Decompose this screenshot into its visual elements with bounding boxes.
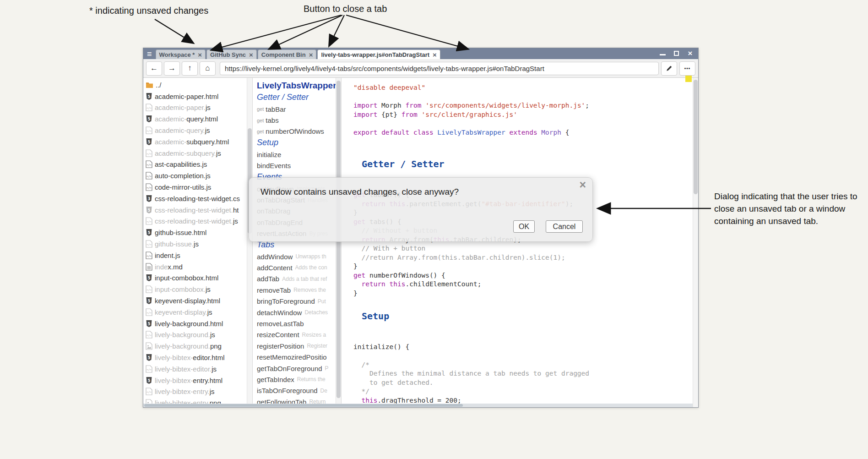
method-item[interactable]: addTabAdds a tab that ref [257,273,336,284]
method-doc-note: Resizes a [302,332,326,338]
code-line [353,351,693,361]
method-item[interactable]: isTabOnForegroundDe [257,385,336,396]
method-name: detachWindow [257,309,302,317]
svg-text:</>: </> [146,186,152,189]
tab-1[interactable]: Workspace *× [156,49,206,59]
file-list-item[interactable]: 5github-issue.html [146,227,247,238]
markdown-icon [146,263,152,271]
file-list-item[interactable]: </>github-issue.js [146,238,247,250]
method-name: registerPosition [257,342,304,350]
file-list-item[interactable]: 5academic-subquery.html [146,136,247,148]
tab-close-button[interactable]: × [309,51,313,58]
method-doc-note: P [325,365,329,372]
file-list-item[interactable]: 5lively-bibtex-entry.html [146,375,247,386]
file-list-item[interactable]: </>academic-query.js [146,125,247,136]
method-item[interactable]: getTabIndexReturns the [257,374,336,385]
outline-scrollbar[interactable] [336,78,341,407]
file-list-item[interactable]: index.md [146,261,247,273]
method-item[interactable]: getnumberOfWindows [257,126,336,137]
file-name: editor.html [193,354,224,361]
method-item[interactable]: gettabBar [257,104,336,115]
hamburger-menu-icon[interactable]: ≡ [147,49,152,59]
method-item[interactable]: bringToForegroundPut [257,295,336,306]
outline-section-header[interactable]: Getter / Setter [257,93,336,102]
cancel-button[interactable]: Cancel [546,220,583,233]
window-close-button[interactable]: × [687,50,694,57]
file-list-item[interactable]: </>input-combobox.js [146,284,247,295]
method-item[interactable]: resetMemoziredPositio [257,351,336,362]
file-list-item[interactable]: </>lively-bibtex-entry.js [146,386,247,398]
annotation-dialog-note: Dialog indicating that the user tries to… [714,190,857,227]
tab-2[interactable]: GitHub Sync× [206,49,257,59]
file-list-item[interactable]: </>lively-bibtex-editor.js [146,363,247,375]
more-button[interactable]: ••• [679,61,695,76]
file-list-item[interactable]: 5academic-query.html [146,113,247,125]
getter-prefix: get [257,129,264,134]
file-name: js [206,104,211,111]
method-item[interactable]: addWindowUnwrapps th [257,251,336,262]
dialog-close-icon[interactable]: × [579,178,586,191]
code-line [353,146,693,155]
file-list-item[interactable]: 5lively-bibtex-editor.html [146,352,247,363]
file-name: js [206,285,211,293]
home-button[interactable]: ⌂ [200,61,216,76]
method-item[interactable]: removeTabRemoves the [257,284,336,295]
method-item[interactable]: bindEvents [257,160,336,171]
file-list-item[interactable]: 5input-combobox.html [146,273,247,284]
tab-3[interactable]: Component Bin× [258,49,317,59]
file-list-item[interactable]: </>indent.js [146,250,247,261]
up-button[interactable]: ↑ [182,61,198,76]
title-bar[interactable]: ≡ Workspace *×GitHub Sync×Component Bin×… [143,48,698,59]
file-list-scrollbar[interactable] [247,78,252,407]
method-name: getTabIndex [257,376,294,383]
file-list-item[interactable]: </>lively-background.js [146,329,247,341]
file-list-item[interactable]: </>keyevent-display.js [146,306,247,318]
file-list-item[interactable]: </>academic-subquery.js [146,148,247,159]
method-item[interactable]: removeLastTab [257,318,336,329]
file-list-item[interactable]: </>css-reloading-test-widget.js [146,216,247,227]
ok-button[interactable]: OK [513,220,535,233]
file-list-item[interactable]: 5css-reloading-test-widget.ht [146,204,247,216]
outline-section-header[interactable]: Setup [257,138,336,148]
tab-close-button[interactable]: × [249,51,253,58]
file-list-item[interactable]: </>code-mirror-utils.js [146,181,247,193]
file-list-item[interactable]: 3css-reloading-test-widget.cs [146,193,247,204]
scrollbar-thumb[interactable] [694,80,698,194]
js-icon: </> [146,172,152,180]
method-item[interactable]: detachWindowDetaches [257,307,336,318]
file-list-item[interactable]: 5academic-paper.html [146,91,247,102]
file-list-item[interactable]: 5lively-background.html [146,318,247,329]
scrollbar-thumb[interactable] [144,404,463,407]
bookmark-marker[interactable] [685,76,692,82]
js-icon: </> [146,251,152,259]
minimize-button[interactable] [659,50,666,57]
file-list-item[interactable]: </>auto-completion.js [146,170,247,181]
back-button[interactable]: ← [146,61,162,76]
file-list-item[interactable]: 5keyevent-display.html [146,295,247,306]
method-item[interactable]: resizeContentResizes a [257,329,336,340]
tab-close-button[interactable]: × [198,51,202,58]
file-list-item[interactable]: </>ast-capabilities.js [146,159,247,170]
file-list-item[interactable]: </>academic-paper.js [146,102,247,114]
tab-4[interactable]: lively-tabs-wrapper.js#onTabDragStart× [317,49,440,59]
forward-button[interactable]: → [164,61,180,76]
method-item[interactable]: getTabOnForegroundP [257,363,336,374]
forward-arrow-icon: → [168,64,176,73]
edit-button[interactable] [661,61,677,76]
horizontal-scrollbar[interactable] [143,404,693,407]
file-name: academic-paper.html [155,93,218,100]
file-name-muted: academic-subquery. [155,149,216,157]
method-item[interactable]: initialize [257,149,336,160]
tab-label: Component Bin [261,51,306,58]
file-list-item[interactable]: lively-background.png [146,340,247,352]
maximize-button[interactable] [673,50,680,57]
method-item[interactable]: addContentAdds the con [257,262,336,273]
code-scrollbar[interactable] [693,78,698,407]
code-editor[interactable]: "disable deepeval" import Morph from 'sr… [341,78,693,407]
url-input[interactable] [220,62,659,75]
code-line [353,137,693,146]
tab-close-button[interactable]: × [433,51,437,58]
method-item[interactable]: registerPositionRegister [257,340,336,351]
method-item[interactable]: gettabs [257,115,336,126]
file-list-item[interactable]: ../ [146,79,247,91]
